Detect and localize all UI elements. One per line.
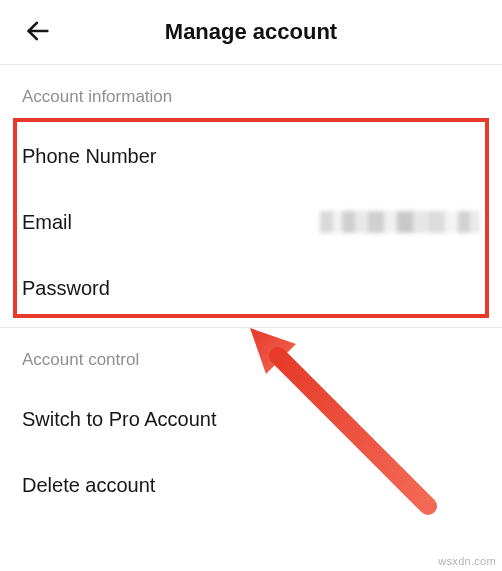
header-bar: Manage account — [0, 0, 502, 64]
row-email[interactable]: Email — [22, 189, 480, 255]
page-title: Manage account — [18, 19, 484, 45]
row-switch-to-pro[interactable]: Switch to Pro Account — [22, 386, 480, 452]
section-account-control: Account control Switch to Pro Account De… — [0, 328, 502, 518]
section-header-account-information: Account information — [22, 65, 480, 123]
row-label-email: Email — [22, 211, 72, 234]
row-password[interactable]: Password — [22, 255, 480, 321]
back-button[interactable] — [18, 11, 58, 54]
row-phone-number[interactable]: Phone Number — [22, 123, 480, 189]
row-delete-account[interactable]: Delete account — [22, 452, 480, 518]
section-account-information: Account information Phone Number Email P… — [0, 65, 502, 321]
row-value-email-redacted — [320, 211, 480, 233]
row-label-phone-number: Phone Number — [22, 145, 157, 168]
row-label-delete-account: Delete account — [22, 474, 155, 497]
arrow-left-icon — [24, 17, 52, 48]
row-label-switch-to-pro: Switch to Pro Account — [22, 408, 217, 431]
section-header-account-control: Account control — [22, 328, 480, 386]
watermark: wsxdn.com — [438, 555, 496, 567]
row-label-password: Password — [22, 277, 110, 300]
